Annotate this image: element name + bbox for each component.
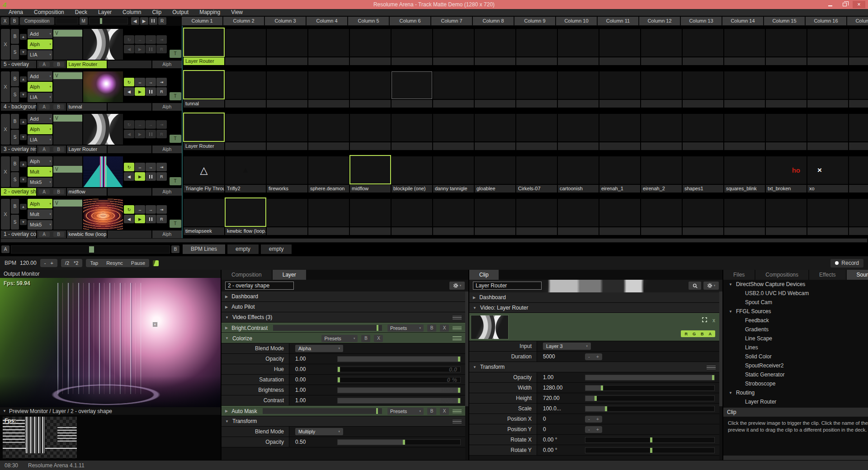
column-header[interactable]: Column 15 bbox=[764, 17, 805, 25]
param-stepper[interactable]: -+ bbox=[585, 353, 602, 360]
clip-thumbnail[interactable] bbox=[225, 29, 266, 56]
transport-prev-button[interactable]: ◀ bbox=[124, 130, 134, 138]
layer-active-clip-thumbnail[interactable] bbox=[83, 71, 123, 102]
clip-name[interactable] bbox=[308, 142, 349, 150]
layer-b-button[interactable]: B bbox=[53, 104, 64, 109]
stepper-minus-button[interactable]: - bbox=[588, 427, 590, 432]
blend-mode-select[interactable]: LIA bbox=[28, 135, 52, 145]
layer-clip-name[interactable]: midflow bbox=[67, 188, 107, 196]
composition-pause-button[interactable] bbox=[149, 17, 157, 25]
clip-cell[interactable] bbox=[516, 114, 557, 153]
clip-thumbnail[interactable] bbox=[599, 71, 640, 99]
clip-name[interactable] bbox=[225, 57, 266, 65]
clip-name[interactable] bbox=[516, 227, 557, 235]
clip-name[interactable] bbox=[558, 227, 599, 235]
clip-name[interactable] bbox=[766, 100, 807, 108]
layer-solo-button[interactable]: S bbox=[11, 87, 19, 102]
clip-thumbnail[interactable] bbox=[308, 71, 349, 99]
composition-x-button[interactable]: X bbox=[1, 17, 9, 25]
grid-horizontal-scrollbar[interactable] bbox=[0, 238, 868, 243]
clip-cell[interactable]: eirenah_1 bbox=[599, 156, 640, 196]
layer-transition-button[interactable]: T bbox=[170, 92, 181, 100]
clip-thumbnail[interactable] bbox=[558, 71, 599, 99]
param-value[interactable]: 1.00 bbox=[289, 354, 333, 364]
clip-name[interactable] bbox=[599, 100, 640, 108]
drag-grip-icon[interactable] bbox=[453, 336, 462, 340]
menu-item-arena[interactable]: Arena bbox=[4, 9, 28, 16]
clip-name[interactable]: eirenah_1 bbox=[599, 185, 640, 193]
clip-cell[interactable] bbox=[433, 29, 474, 68]
transport-loop-button[interactable]: ↻ bbox=[124, 163, 134, 171]
slider-handle[interactable] bbox=[403, 440, 405, 445]
clip-settings-button[interactable]: ▾ bbox=[703, 282, 719, 290]
transport-loop-button[interactable]: ↻ bbox=[124, 120, 134, 129]
deck-tab[interactable]: empty bbox=[227, 244, 259, 254]
clip-name[interactable] bbox=[350, 57, 391, 65]
channel-b-button[interactable]: B bbox=[701, 332, 704, 336]
clip-thumbnail[interactable] bbox=[766, 71, 807, 99]
clip-thumbnail[interactable] bbox=[475, 199, 515, 226]
video-fader-handle[interactable]: V bbox=[53, 115, 82, 122]
tree-item[interactable]: SpoutReceiver2 bbox=[723, 361, 868, 370]
clip-thumbnail[interactable] bbox=[392, 29, 432, 56]
clip-cell[interactable] bbox=[807, 114, 848, 153]
clip-name[interactable] bbox=[392, 227, 432, 235]
clip-name[interactable] bbox=[849, 57, 868, 65]
clip-thumbnail[interactable] bbox=[184, 199, 224, 226]
clip-name[interactable] bbox=[516, 142, 557, 150]
clip-cell[interactable] bbox=[433, 199, 474, 238]
clip-name[interactable] bbox=[516, 100, 557, 108]
clip-thumbnail[interactable] bbox=[392, 199, 432, 226]
collapse-arrow-icon[interactable]: ▼ bbox=[225, 336, 229, 340]
clip-cell[interactable]: fireworks bbox=[267, 156, 307, 196]
param-slider[interactable] bbox=[585, 447, 715, 453]
clip-cell[interactable] bbox=[392, 199, 432, 238]
clip-name[interactable]: gloablee bbox=[475, 185, 515, 193]
layer-up-icon[interactable]: ▲ bbox=[20, 161, 27, 167]
layer-video-fader[interactable]: V bbox=[53, 199, 82, 230]
clip-name[interactable] bbox=[433, 227, 474, 235]
layer-down-icon[interactable]: ▼ bbox=[20, 177, 27, 183]
layer-a-button[interactable]: A bbox=[39, 232, 50, 237]
clip-thumbnail[interactable] bbox=[683, 199, 723, 226]
drag-grip-icon[interactable] bbox=[453, 419, 462, 423]
clip-name[interactable] bbox=[641, 100, 682, 108]
blend-mode-select[interactable]: Alph bbox=[28, 199, 52, 208]
clip-cell[interactable] bbox=[558, 29, 599, 68]
clip-name[interactable]: timelapseek bbox=[184, 227, 224, 235]
blend-mode-select[interactable]: Add bbox=[28, 71, 52, 81]
layer-solo-button[interactable]: S bbox=[11, 45, 19, 60]
layer-b-button[interactable]: B bbox=[53, 189, 64, 194]
clip-name[interactable] bbox=[724, 57, 765, 65]
param-value[interactable]: 0.00 bbox=[289, 375, 333, 385]
clip-cell[interactable] bbox=[267, 29, 307, 68]
clip-name[interactable] bbox=[849, 100, 868, 108]
preview-close-button[interactable]: x bbox=[712, 317, 715, 324]
clip-name[interactable] bbox=[683, 57, 723, 65]
layer-x-button[interactable]: X bbox=[1, 156, 10, 187]
tab-sources[interactable]: Sources bbox=[847, 270, 868, 280]
transport-pause-button[interactable] bbox=[146, 172, 156, 181]
stepper-minus-button[interactable]: - bbox=[588, 417, 590, 422]
composition-bypass-button[interactable]: B bbox=[10, 17, 19, 25]
layer-clip-name[interactable]: Layer Router bbox=[67, 146, 107, 153]
clip-name[interactable] bbox=[308, 57, 349, 65]
clip-cell[interactable] bbox=[766, 29, 807, 68]
clip-name[interactable]: Layer Router bbox=[184, 57, 224, 65]
bpm-plus-button[interactable]: + bbox=[50, 260, 53, 266]
deck-tab[interactable]: BPM Lines bbox=[183, 244, 225, 254]
layer-solo-button[interactable]: S bbox=[11, 172, 19, 187]
clip-name[interactable]: fireworks bbox=[267, 185, 307, 193]
clip-thumbnail[interactable] bbox=[475, 71, 515, 99]
drag-grip-icon[interactable] bbox=[453, 315, 462, 320]
transport-prev-button[interactable]: ◀ bbox=[124, 215, 134, 223]
clip-name[interactable]: blockpile (one) bbox=[392, 185, 432, 193]
stepper-plus-button[interactable]: + bbox=[596, 427, 599, 432]
transport-play-button[interactable]: ▶ bbox=[135, 87, 145, 96]
param-slider[interactable] bbox=[585, 395, 715, 401]
clip-name[interactable]: Cirkels-07 bbox=[516, 185, 557, 193]
slider-handle[interactable] bbox=[594, 396, 597, 401]
clip-thumbnail[interactable] bbox=[516, 114, 557, 141]
tab-layer[interactable]: Layer bbox=[273, 270, 306, 280]
transport-forward-button[interactable]: → bbox=[146, 78, 156, 86]
